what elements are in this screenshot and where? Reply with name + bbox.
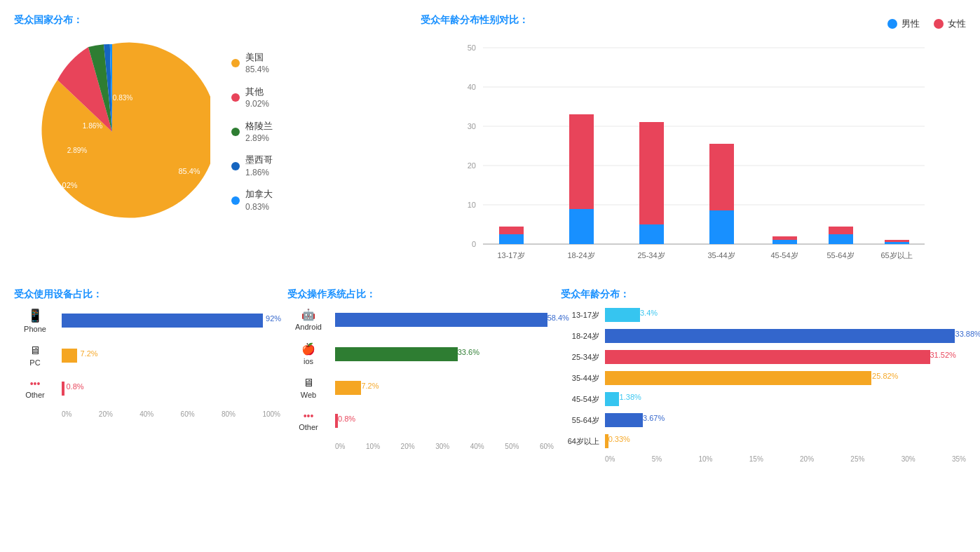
legend-dot-other bbox=[231, 93, 240, 102]
svg-text:55-64岁: 55-64岁 bbox=[826, 251, 854, 260]
age-dist-row-18: 18-24岁 33.88% bbox=[561, 329, 966, 343]
ios-icon: 🍎 bbox=[301, 342, 315, 356]
legend-item-us: 美国 85.4% bbox=[231, 51, 273, 76]
svg-text:18-24岁: 18-24岁 bbox=[567, 251, 594, 260]
legend-text-canada: 加拿大 0.83% bbox=[245, 188, 273, 213]
os-axis: 0%10%20%30%40%50%60% bbox=[287, 443, 554, 450]
age-dist-fill-45 bbox=[605, 392, 619, 406]
legend-circle-male bbox=[887, 19, 897, 29]
legend-item-greenland: 格陵兰 2.89% bbox=[231, 120, 273, 144]
device-section: 受众使用设备占比： 📱 Phone 92% bbox=[14, 288, 280, 463]
age-gender-section: 受众年龄分布性别对比： 男性 女性 bbox=[421, 14, 966, 267]
legend-circle-female bbox=[934, 19, 944, 29]
age-dist-track-18: 33.88% bbox=[605, 329, 966, 343]
os-row-other: ••• Other 0.8% bbox=[287, 410, 554, 431]
device-pct-other: 0.8% bbox=[66, 382, 83, 391]
device-fill-other bbox=[62, 382, 64, 396]
device-pct-pc: 7.2% bbox=[80, 349, 97, 358]
pie-label-other: 9.02% bbox=[55, 181, 77, 189]
legend-text-mexico: 墨西哥 1.86% bbox=[245, 154, 273, 178]
pie-label-mexico: 1.86% bbox=[83, 122, 102, 130]
other-icon: ••• bbox=[30, 378, 41, 389]
pie-label-canada: 0.83% bbox=[113, 94, 132, 102]
legend-dot-greenland bbox=[231, 128, 240, 136]
os-title: 受众操作系统占比： bbox=[287, 288, 554, 301]
device-fill-phone bbox=[62, 314, 263, 328]
age-dist-fill-25 bbox=[605, 350, 930, 364]
svg-text:40: 40 bbox=[468, 83, 476, 91]
os-row-web: 🖥 Web 7.2% bbox=[287, 377, 554, 399]
age-dist-pct-13: 3.4% bbox=[640, 309, 658, 317]
bar-female-13-17 bbox=[499, 227, 524, 234]
bar-male-25-34 bbox=[639, 224, 664, 244]
age-gender-title: 受众年龄分布性别对比： bbox=[421, 14, 529, 27]
pc-icon: 🖥 bbox=[29, 344, 41, 357]
age-dist-chart: 13-17岁 3.4% 18-24岁 33.88% 25-34岁 bbox=[561, 308, 966, 463]
age-dist-row-25: 25-34岁 31.52% bbox=[561, 350, 966, 364]
legend-text-greenland: 格陵兰 2.89% bbox=[245, 120, 273, 144]
svg-text:0: 0 bbox=[472, 240, 476, 248]
device-label-pc: 🖥 PC bbox=[14, 344, 56, 367]
os-fill-web bbox=[335, 381, 361, 395]
legend-item-canada: 加拿大 0.83% bbox=[231, 188, 273, 213]
device-label-other: ••• Other bbox=[14, 378, 56, 399]
svg-text:10: 10 bbox=[468, 201, 476, 209]
country-distribution-section: 受众国家分布： 85.4% bbox=[14, 14, 407, 267]
age-dist-fill-35 bbox=[605, 371, 871, 385]
age-dist-axis: 0%5%10%15%20%25%30%35% bbox=[561, 455, 966, 463]
age-dist-pct-64: 0.33% bbox=[608, 435, 630, 443]
age-dist-pct-25: 31.52% bbox=[930, 351, 956, 359]
bar-female-55-64 bbox=[829, 227, 853, 234]
bar-female-65plus bbox=[885, 240, 909, 242]
bar-male-13-17 bbox=[499, 234, 524, 244]
svg-text:25-34岁: 25-34岁 bbox=[637, 251, 665, 260]
device-track-other: 0.8% bbox=[62, 382, 280, 396]
legend-dot-us bbox=[231, 59, 240, 67]
age-dist-fill-18 bbox=[605, 329, 955, 343]
age-dist-track-45: 1.38% bbox=[605, 392, 966, 406]
age-dist-label-25: 25-34岁 bbox=[561, 352, 599, 363]
age-dist-row-35: 35-44岁 25.82% bbox=[561, 371, 966, 385]
device-label-phone: 📱 Phone bbox=[14, 308, 56, 333]
age-dist-title: 受众年龄分布： bbox=[561, 288, 966, 301]
legend-item-mexico: 墨西哥 1.86% bbox=[231, 154, 273, 178]
os-row-ios: 🍎 ios 33.6% bbox=[287, 342, 554, 365]
age-dist-track-25: 31.52% bbox=[605, 350, 966, 364]
legend-male-label: 男性 bbox=[901, 18, 920, 30]
bar-female-18-24 bbox=[569, 114, 594, 209]
pie-chart: 85.4% 9.02% 2.89% 1.86% 0.83% bbox=[14, 34, 210, 230]
os-chart: 🤖 Android 58.4% 🍎 ios bbox=[287, 308, 554, 450]
age-dist-fill-13 bbox=[605, 308, 640, 322]
age-dist-row-13: 13-17岁 3.4% bbox=[561, 308, 966, 322]
os-pct-web: 7.2% bbox=[361, 382, 379, 390]
bar-female-45-54 bbox=[773, 236, 797, 240]
age-dist-label-45: 45-54岁 bbox=[561, 394, 599, 405]
age-dist-pct-55: 3.67% bbox=[643, 414, 665, 422]
bar-male-18-24 bbox=[569, 209, 594, 244]
os-pct-android: 58.4% bbox=[547, 314, 569, 322]
os-row-android: 🤖 Android 58.4% bbox=[287, 308, 554, 331]
device-track-pc: 7.2% bbox=[62, 349, 280, 363]
legend-male: 男性 bbox=[887, 18, 920, 30]
age-dist-label-18: 18-24岁 bbox=[561, 331, 599, 342]
os-track-other: 0.8% bbox=[335, 414, 554, 428]
country-title: 受众国家分布： bbox=[14, 14, 407, 27]
age-dist-row-45: 45-54岁 1.38% bbox=[561, 392, 966, 406]
os-fill-ios bbox=[335, 347, 458, 361]
svg-text:35-44岁: 35-44岁 bbox=[707, 251, 735, 260]
device-title: 受众使用设备占比： bbox=[14, 288, 280, 301]
legend-text-us: 美国 85.4% bbox=[245, 51, 269, 76]
bar-female-35-44 bbox=[709, 144, 734, 210]
device-chart: 📱 Phone 92% 🖥 PC bbox=[14, 308, 280, 418]
age-dist-pct-45: 1.38% bbox=[620, 393, 641, 401]
age-dist-row-55: 55-64岁 3.67% bbox=[561, 413, 966, 427]
bar-male-35-44 bbox=[709, 210, 734, 244]
bar-male-65plus bbox=[885, 242, 909, 244]
age-gender-chart: 50 40 30 20 10 0 bbox=[421, 41, 966, 267]
pie-svg: 85.4% 9.02% 2.89% 1.86% 0.83% bbox=[14, 34, 210, 230]
age-dist-track-35: 25.82% bbox=[605, 371, 966, 385]
age-dist-pct-18: 33.88% bbox=[955, 330, 980, 338]
pie-legend: 美国 85.4% 其他 9.02% 格陵兰 bbox=[231, 51, 273, 213]
bar-male-45-54 bbox=[773, 240, 797, 244]
pie-label-us: 85.4% bbox=[178, 167, 200, 175]
